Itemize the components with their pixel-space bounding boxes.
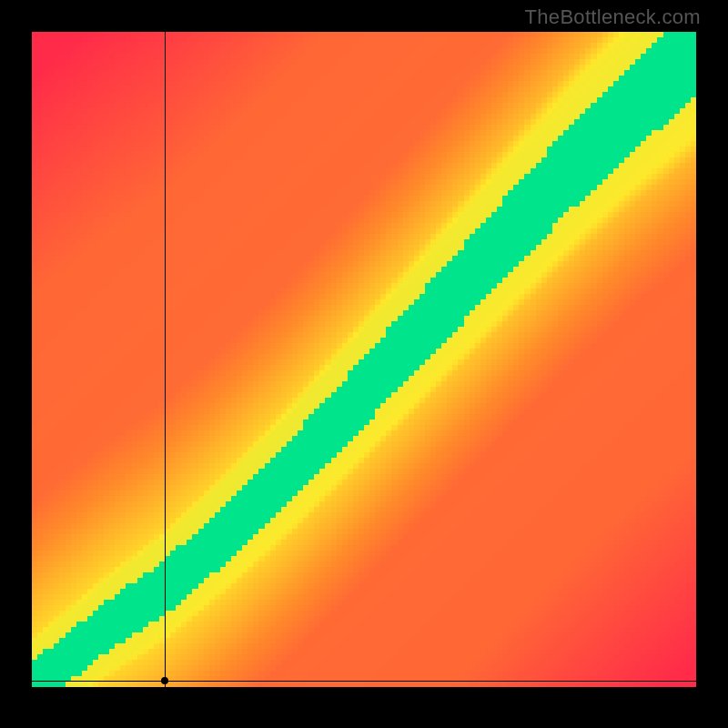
heatmap-plot-area	[32, 32, 696, 687]
horizontal-guide-line	[32, 681, 696, 682]
watermark-text: TheBottleneck.com	[525, 5, 701, 29]
marker-dot	[161, 677, 168, 684]
chart-frame: TheBottleneck.com	[0, 0, 728, 728]
vertical-guide-line	[165, 32, 166, 687]
bottleneck-heatmap	[32, 32, 696, 687]
